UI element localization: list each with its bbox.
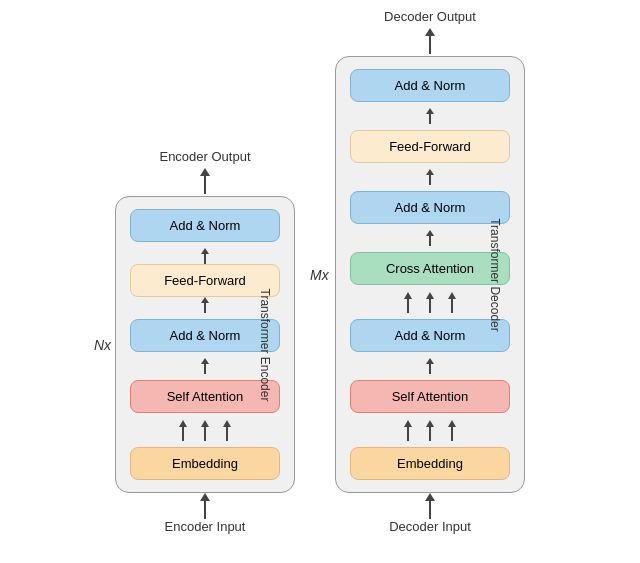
decoder-outer-box: Mx Add & Norm Feed-Forward Add & Norm Cr… bbox=[335, 56, 525, 493]
mx-label: Mx bbox=[310, 267, 329, 283]
enc-input-arrow bbox=[200, 493, 210, 519]
enc-three-arrows bbox=[179, 419, 231, 441]
decoder-input-label: Decoder Input bbox=[389, 519, 471, 534]
encoder-output-arrow bbox=[200, 168, 210, 196]
enc-ff-bottom-arrow bbox=[201, 297, 209, 313]
dec-cross-attn: Cross Attention bbox=[350, 252, 510, 285]
dec-embedding: Embedding bbox=[350, 447, 510, 480]
decoder-vertical-label: Transformer Decoder bbox=[488, 218, 502, 332]
nx-label: Nx bbox=[94, 337, 111, 353]
enc-embedding: Embedding bbox=[130, 447, 280, 480]
encoder-output-label: Encoder Output bbox=[159, 149, 250, 164]
dec-ff: Feed-Forward bbox=[350, 130, 510, 163]
decoder-output-label: Decoder Output bbox=[384, 9, 476, 24]
transformer-diagram: Encoder Output Nx Add & Norm Feed-Forwar… bbox=[85, 0, 555, 563]
dec-input-arrow bbox=[425, 493, 435, 519]
decoder-section: Decoder Output Mx Add & Norm Feed-Forwar… bbox=[335, 9, 525, 534]
dec-add-norm-1: Add & Norm bbox=[350, 319, 510, 352]
dec-sa-arrows bbox=[404, 419, 456, 441]
dec-add-norm-2: Add & Norm bbox=[350, 191, 510, 224]
encoder-input-label: Encoder Input bbox=[165, 519, 246, 534]
dec-cross-arrows bbox=[404, 291, 456, 313]
decoder-output-arrow bbox=[425, 28, 435, 56]
dec-add-norm-3: Add & Norm bbox=[350, 69, 510, 102]
enc-add-norm-2: Add & Norm bbox=[130, 209, 280, 242]
encoder-vertical-label: Transformer Encoder bbox=[259, 288, 273, 401]
enc-sa-arrow bbox=[201, 358, 209, 374]
encoder-outer-box: Nx Add & Norm Feed-Forward Add & Norm bbox=[115, 196, 295, 493]
encoder-section: Encoder Output Nx Add & Norm Feed-Forwar… bbox=[115, 149, 295, 534]
enc-ff-arrow bbox=[201, 248, 209, 264]
dec-self-attn: Self Attention bbox=[350, 380, 510, 413]
